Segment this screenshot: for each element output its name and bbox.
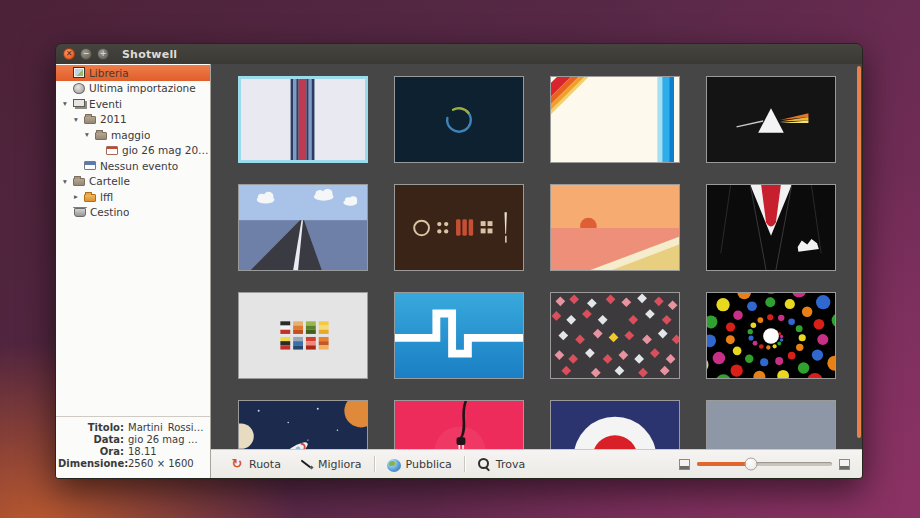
photo-thumbnail-highway[interactable] — [238, 184, 368, 271]
photo-art — [239, 401, 367, 449]
folder-icon — [95, 132, 107, 140]
info-label: Dimensione: — [58, 458, 124, 469]
folder-icon — [84, 116, 96, 124]
photo-art — [707, 293, 835, 378]
info-value-size: 2560 × 1600 — [128, 458, 204, 469]
sidebar-item-libreria[interactable]: Libreria — [56, 65, 210, 81]
info-value-date: gio 26 mag 2011 — [128, 434, 204, 445]
photo-thumbnail-dot-spiral[interactable] — [706, 292, 836, 379]
photo-thumbnail-rocket[interactable] — [238, 400, 368, 449]
events-icon — [73, 99, 85, 107]
sidebar-item-label: maggio — [111, 129, 150, 141]
expander-icon[interactable]: ▸ — [74, 192, 84, 201]
sidebar-item-nessun-evento[interactable]: Nessun evento — [56, 158, 210, 174]
overlay-scrollbar[interactable] — [857, 66, 861, 438]
photo-thumbnail-suit[interactable] — [706, 184, 836, 271]
photo-art — [551, 185, 679, 270]
photo-thumbnail-martini[interactable] — [238, 76, 368, 163]
sidebar-item-label: 2011 — [100, 113, 127, 125]
sidebar-item-label: gio 26 mag 2011 — [122, 144, 210, 156]
photo-art — [395, 185, 523, 270]
expander-icon[interactable]: ▾ — [63, 177, 73, 186]
no-event-icon — [84, 161, 96, 170]
enhance-button[interactable]: Migliora — [290, 454, 371, 474]
find-button-label: Trova — [496, 458, 525, 471]
thumbnail-grid — [211, 64, 862, 449]
sidebar-item-cartelle[interactable]: ▾ Cartelle — [56, 174, 210, 190]
photo-thumbnail-confetti[interactable] — [550, 292, 680, 379]
bottom-toolbar: ↻ Ruota Migliora Pubblica Trova — [211, 449, 862, 478]
zoom-slider-track[interactable] — [697, 462, 832, 466]
sidebar-item-label: lffl — [100, 191, 113, 203]
zoom-slider-thumb[interactable] — [745, 458, 758, 471]
sidebar-item-label: Cartelle — [89, 175, 130, 187]
photo-thumbnail-zigzag[interactable] — [394, 292, 524, 379]
last-import-icon — [73, 83, 85, 94]
sidebar-item-2011[interactable]: ▾ 2011 — [56, 112, 210, 128]
sidebar-item-eventi[interactable]: ▾ Eventi — [56, 96, 210, 112]
shotwell-window: ✕ − + Shotwell Libreria Ultima importazi… — [55, 43, 863, 479]
publish-icon — [387, 459, 401, 472]
photo-art — [551, 293, 679, 378]
publish-button-label: Pubblica — [406, 458, 452, 471]
photo-thumbnail-bus[interactable] — [706, 400, 836, 449]
minimize-button[interactable]: − — [80, 48, 92, 60]
photo-thumbnail-sunset[interactable] — [550, 184, 680, 271]
calendar-icon — [106, 146, 118, 155]
toolbar-separator — [464, 456, 465, 472]
photo-thumbnail-roundel[interactable] — [550, 400, 680, 449]
sidebar-item-label: Eventi — [89, 98, 122, 110]
photo-info-panel: Titolo: Martini_Rossi_Li... Data: gio 26… — [56, 416, 210, 478]
info-label: Titolo: — [58, 422, 124, 433]
photo-art — [395, 77, 523, 162]
enhance-icon — [299, 457, 313, 471]
info-label: Data: — [58, 434, 124, 445]
search-icon — [477, 457, 491, 471]
sidebar-item-ultima-importazione[interactable]: Ultima importazione — [56, 81, 210, 97]
toolbar-separator — [374, 456, 375, 472]
rotate-icon: ↻ — [230, 457, 244, 471]
info-value-time: 18.11 — [128, 446, 204, 457]
maximize-button[interactable]: + — [97, 48, 109, 60]
trash-icon — [74, 208, 86, 217]
photo-thumbnail-sushi[interactable] — [394, 184, 524, 271]
folder-orange-icon — [84, 194, 96, 202]
sidebar-item-label: Ultima importazione — [89, 82, 196, 94]
photo-art — [707, 77, 835, 162]
sidebar-item-maggio[interactable]: ▾ maggio — [56, 127, 210, 143]
photo-library-area: ↻ Ruota Migliora Pubblica Trova — [211, 64, 862, 478]
photo-thumbnail-plug[interactable] — [394, 400, 524, 449]
rotate-button-label: Ruota — [249, 458, 281, 471]
photo-art — [707, 401, 835, 449]
close-button[interactable]: ✕ — [63, 48, 75, 60]
zoom-slider-fill — [697, 462, 751, 466]
info-value-title: Martini_Rossi_Li... — [128, 422, 204, 433]
photos-icon — [73, 67, 85, 78]
photo-art — [707, 185, 835, 270]
photo-art — [551, 77, 679, 162]
photo-thumbnail-prism[interactable] — [706, 76, 836, 163]
zoom-in-image-icon[interactable] — [839, 459, 850, 470]
zoom-slider-group — [679, 459, 852, 470]
sidebar-item-label: Nessun evento — [100, 160, 178, 172]
find-button[interactable]: Trova — [468, 454, 534, 474]
expander-icon[interactable]: ▾ — [74, 115, 84, 124]
rotate-button[interactable]: ↻ Ruota — [221, 454, 290, 474]
photo-art — [239, 293, 367, 378]
sidebar-item-lffl[interactable]: ▸ lffl — [56, 189, 210, 205]
photo-thumbnail-rainbow-corner[interactable] — [550, 76, 680, 163]
expander-icon[interactable]: ▾ — [85, 130, 95, 139]
sidebar-item-cestino[interactable]: Cestino — [56, 205, 210, 221]
folder-icon — [73, 178, 85, 186]
photo-thumbnail-spinner[interactable] — [394, 76, 524, 163]
photo-thumbnail-swatches[interactable] — [238, 292, 368, 379]
titlebar[interactable]: ✕ − + Shotwell — [56, 44, 862, 64]
sidebar-item-label: Cestino — [90, 206, 129, 218]
zoom-out-image-icon[interactable] — [679, 459, 690, 470]
sidebar-item-gio-26-mag-2011[interactable]: gio 26 mag 2011 — [56, 143, 210, 159]
publish-button[interactable]: Pubblica — [378, 455, 461, 474]
expander-icon[interactable]: ▾ — [63, 99, 73, 108]
sidebar: Libreria Ultima importazione ▾ Eventi ▾ … — [56, 64, 211, 478]
sidebar-item-label: Libreria — [89, 67, 129, 79]
photo-art — [395, 401, 523, 449]
